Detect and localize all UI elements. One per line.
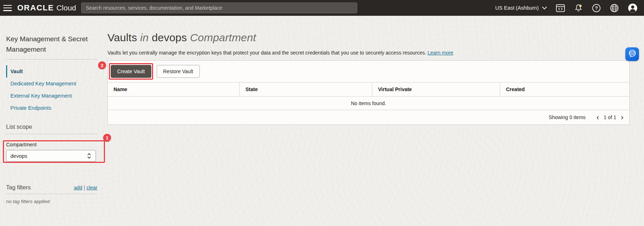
column-header-created[interactable]: Created: [500, 83, 629, 96]
sidebar-item-vault[interactable]: Vault: [6, 65, 97, 77]
tag-filters-heading: Tag filters: [6, 184, 31, 191]
tag-filter-add-link[interactable]: add: [74, 185, 82, 190]
oracle-cloud-logo[interactable]: ORACLE Cloud: [17, 3, 76, 13]
tag-filters-header: Tag filters add|clear: [6, 184, 97, 191]
brand-cloud: Cloud: [56, 4, 76, 12]
table-header-row: Name State Virtual Private Created: [108, 82, 629, 96]
title-compartment-name: devops: [152, 32, 187, 43]
learn-more-link[interactable]: Learn more: [428, 50, 454, 56]
title-suffix: Compartment: [190, 32, 256, 43]
vaults-table-panel: Create Vault Restore Vault Name State Vi…: [107, 60, 630, 125]
list-scope-heading: List scope: [6, 124, 106, 130]
region-label: US East (Ashburn): [495, 5, 539, 11]
pagination-next-icon[interactable]: ›: [620, 113, 625, 122]
sidebar-item-private-endpoints[interactable]: Private Endpoints: [6, 102, 97, 114]
tag-links-separator: |: [84, 185, 85, 190]
sidebar-item-dedicated-key-management[interactable]: Dedicated Key Management: [6, 77, 97, 90]
assistant-chat-icon: [627, 49, 637, 60]
table-toolbar: Create Vault Restore Vault: [108, 61, 629, 82]
sidebar-divider: [6, 59, 97, 60]
pagination-page-indicator: 1 of 1: [604, 114, 616, 120]
service-sidebar: Key Management & Secret Management Vault…: [0, 16, 106, 226]
region-selector[interactable]: US East (Ashburn): [495, 5, 547, 11]
compartment-selected-value: devops: [10, 153, 27, 159]
brand-oracle: ORACLE: [17, 3, 54, 13]
tag-filters-divider: [6, 194, 97, 194]
assistant-chat-button[interactable]: [625, 47, 639, 61]
hamburger-menu-icon[interactable]: [3, 5, 12, 11]
language-globe-icon[interactable]: [610, 4, 619, 13]
tag-filters-empty-text: no tag filters applied: [6, 199, 106, 204]
user-avatar[interactable]: [628, 3, 638, 13]
title-connector: in: [140, 32, 149, 43]
sidebar-title: Key Management & Secret Management: [6, 34, 93, 55]
notifications-bell-icon[interactable]: [574, 4, 583, 13]
search-input[interactable]: [86, 5, 353, 11]
page-description: Vaults let you centrally manage the encr…: [107, 50, 644, 56]
table-empty-message: No items found.: [108, 96, 629, 110]
column-header-state[interactable]: State: [239, 83, 372, 96]
compartment-select[interactable]: devops: [6, 150, 96, 162]
tag-filter-clear-link[interactable]: clear: [87, 185, 97, 190]
svg-text:?: ?: [595, 5, 598, 11]
help-icon[interactable]: ?: [592, 4, 601, 13]
table-footer: Showing 0 items ‹ 1 of 1 ›: [108, 110, 629, 124]
page-body: Key Management & Secret Management Vault…: [0, 16, 644, 226]
chevron-down-icon: [542, 6, 547, 10]
top-navigation-bar: ORACLE Cloud US East (Ashburn): [0, 0, 644, 16]
title-subject: Vaults: [107, 32, 137, 43]
oracle-cloud-console: ORACLE Cloud US East (Ashburn): [0, 0, 644, 226]
column-header-virtual-private[interactable]: Virtual Private: [372, 83, 500, 96]
annotation-step-2-badge: 2: [98, 61, 106, 69]
pagination-prev-icon[interactable]: ‹: [595, 113, 600, 122]
cloud-shell-icon[interactable]: [556, 4, 565, 12]
description-text: Vaults let you centrally manage the encr…: [107, 50, 426, 56]
main-content: Vaults in devops Compartment Vaults let …: [106, 16, 644, 226]
pagination: ‹ 1 of 1 ›: [595, 113, 625, 122]
restore-vault-button[interactable]: Restore Vault: [157, 65, 200, 78]
sidebar-item-external-key-management[interactable]: External Key Management: [6, 90, 97, 102]
global-search[interactable]: [81, 3, 357, 13]
annotation-step-1-badge: 1: [103, 134, 111, 142]
showing-items-text: Showing 0 items: [549, 114, 586, 120]
page-title: Vaults in devops Compartment: [107, 32, 644, 44]
topbar-actions: US East (Ashburn): [495, 3, 638, 13]
create-vault-button[interactable]: Create Vault: [111, 65, 151, 78]
sidebar-nav: Vault Dedicated Key Management External …: [6, 65, 97, 114]
select-chevrons-icon: [87, 153, 92, 159]
list-scope-divider: [6, 134, 97, 134]
create-vault-annotation-outline: Create Vault: [109, 63, 153, 80]
column-header-name[interactable]: Name: [108, 83, 239, 96]
compartment-label: Compartment: [6, 142, 106, 147]
